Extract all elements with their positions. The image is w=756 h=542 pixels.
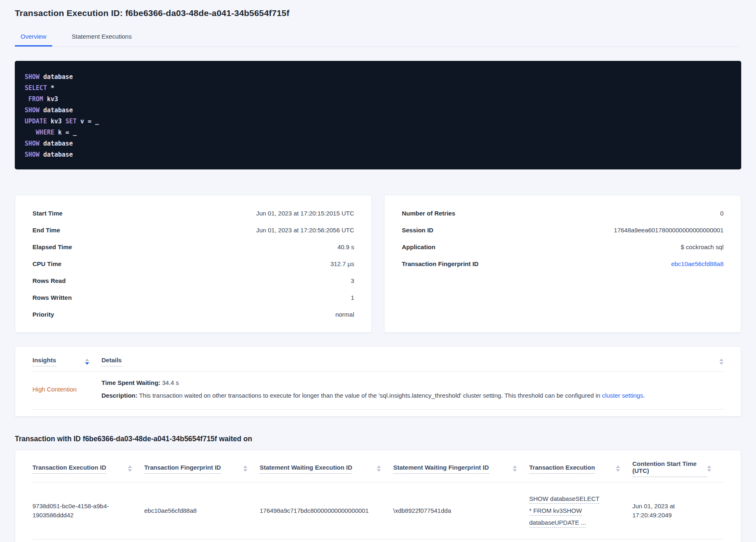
column-label[interactable]: Statement Waiting Fingerprint ID: [393, 464, 489, 474]
row-label: End Time: [32, 227, 60, 234]
column-header-transaction-execution-id[interactable]: Transaction Execution ID: [32, 464, 144, 474]
summary-row-session-id: Session ID 17648a9eea6017800000000000000…: [402, 222, 724, 239]
sql-text: kv3: [47, 118, 65, 125]
table-row: 9738d051-bc0e-4158-a9b4-1903586ddd42 ebc…: [32, 482, 724, 540]
insights-table: Insights Details High Contention Time Sp…: [15, 346, 741, 417]
description-suffix: .: [643, 392, 645, 399]
column-header-contention-start-time[interactable]: Contention Start Time (UTC): [632, 460, 724, 477]
row-label: Start Time: [32, 210, 62, 217]
column-header-insights[interactable]: Insights: [32, 357, 101, 366]
sql-line: SELECT *: [25, 83, 731, 94]
row-value: Jun 01, 2023 at 17:20:56:2056 UTC: [256, 227, 354, 234]
sort-icon[interactable]: [128, 466, 132, 472]
sql-line: UPDATE kv3 SET v = _: [25, 116, 731, 127]
sql-text: database: [39, 140, 73, 147]
sort-icon[interactable]: [85, 359, 89, 365]
row-label: Session ID: [402, 227, 433, 234]
row-value: 1: [351, 294, 354, 301]
sort-icon[interactable]: [616, 466, 620, 472]
sql-keyword: SET: [65, 118, 76, 125]
row-label: Rows Read: [32, 277, 66, 284]
sql-text: [25, 95, 28, 103]
sql-keyword: SHOW: [25, 151, 39, 158]
row-value: 3: [351, 277, 354, 284]
column-header-details[interactable]: Details: [101, 357, 719, 366]
column-label[interactable]: Transaction Execution: [529, 464, 595, 474]
insight-details: Time Spent Waiting: 34.4 s Description: …: [101, 378, 724, 400]
tab-statement-executions[interactable]: Statement Executions: [66, 27, 138, 46]
sql-keyword: FROM: [28, 95, 43, 103]
sql-text: *: [47, 84, 54, 92]
row-label: Priority: [32, 311, 54, 318]
sort-icon[interactable]: [513, 466, 517, 472]
cell-transaction-execution: SHOW databaseSELECT * FROM kv3SHOW datab…: [529, 493, 632, 528]
tab-bar: Overview Statement Executions: [15, 27, 741, 47]
row-label: Number of Retries: [402, 210, 455, 217]
insight-row: High Contention Time Spent Waiting: 34.4…: [32, 372, 724, 410]
row-value: Jun 01, 2023 at 17:20:15:2015 UTC: [256, 210, 354, 217]
sql-line: SHOW database: [25, 72, 731, 83]
insights-table-header: Insights Details: [32, 347, 724, 372]
column-label[interactable]: Statement Waiting Execution ID: [260, 464, 352, 474]
row-label: CPU Time: [32, 260, 62, 267]
row-label: Rows Written: [32, 294, 72, 301]
sql-line: FROM kv3: [25, 94, 731, 105]
row-label: Transaction Fingerprint ID: [402, 260, 479, 267]
cell-statement-waiting-execution-id: 176498a9c717bdc80000000000000001: [260, 506, 393, 515]
row-value: 0: [720, 210, 724, 217]
cell-transaction-fingerprint-id: ebc10ae56cfd88a8: [144, 506, 260, 515]
summary-row-priority: Priority normal: [32, 306, 354, 323]
summary-row-rows-read: Rows Read 3: [32, 272, 354, 289]
sql-text: [25, 129, 36, 136]
sql-keyword: SELECT: [25, 84, 47, 92]
tab-overview[interactable]: Overview: [15, 27, 52, 46]
sql-keyword: SHOW: [25, 140, 39, 147]
column-header-statement-waiting-fingerprint-id[interactable]: Statement Waiting Fingerprint ID: [393, 464, 529, 474]
sort-icon[interactable]: [719, 359, 724, 365]
transaction-sql-box: SHOW database SELECT * FROM kv3 SHOW dat…: [15, 61, 741, 169]
row-value: 40.9 s: [337, 243, 354, 250]
waited-on-table-header: Transaction Execution ID Transaction Fin…: [32, 450, 724, 482]
column-label[interactable]: Contention Start Time (UTC): [632, 460, 707, 477]
sort-icon[interactable]: [377, 466, 381, 472]
column-header-transaction-execution[interactable]: Transaction Execution: [529, 464, 632, 474]
sort-icon[interactable]: [707, 466, 711, 472]
summary-row-retries: Number of Retries 0: [402, 205, 724, 222]
cell-contention-start-time: Jun 01, 2023 at 17:20:49:2049: [632, 502, 724, 520]
column-header-transaction-fingerprint-id[interactable]: Transaction Fingerprint ID: [144, 464, 260, 474]
transaction-execution-link[interactable]: SHOW databaseSELECT * FROM kv3SHOW datab…: [529, 495, 599, 528]
waited-on-section-title: Transaction with ID f6be6366-da03-48de-a…: [15, 435, 741, 443]
sort-icon[interactable]: [243, 466, 247, 472]
row-value: 312.7 µs: [330, 260, 354, 267]
cluster-settings-link[interactable]: cluster settings: [602, 392, 643, 399]
waited-on-table: Transaction Execution ID Transaction Fin…: [15, 450, 741, 542]
summary-row-application: Application $ cockroach sql: [402, 239, 724, 255]
column-label[interactable]: Insights: [32, 357, 56, 366]
sql-text: database: [39, 107, 73, 114]
summary-row-rows-written: Rows Written 1: [32, 289, 354, 306]
summary-cards: Start Time Jun 01, 2023 at 17:20:15:2015…: [15, 195, 741, 333]
summary-card-times: Start Time Jun 01, 2023 at 17:20:15:2015…: [15, 195, 372, 333]
sql-line: SHOW database: [25, 138, 731, 149]
cell-statement-waiting-fingerprint-id: \xdb8922f077541dda: [393, 506, 529, 515]
summary-row-start-time: Start Time Jun 01, 2023 at 17:20:15:2015…: [32, 205, 354, 222]
sql-line: SHOW database: [25, 105, 731, 116]
column-header-statement-waiting-execution-id[interactable]: Statement Waiting Execution ID: [260, 464, 393, 474]
sql-keyword: UPDATE: [25, 118, 47, 125]
row-value: normal: [335, 311, 354, 318]
time-spent-waiting-label: Time Spent Waiting:: [101, 379, 160, 386]
row-value: $ cockroach sql: [681, 243, 724, 250]
insight-type-badge: High Contention: [32, 386, 101, 393]
column-label[interactable]: Transaction Execution ID: [32, 464, 106, 474]
sql-keyword: SHOW: [25, 107, 39, 114]
summary-card-session: Number of Retries 0 Session ID 17648a9ee…: [384, 195, 741, 333]
summary-row-end-time: End Time Jun 01, 2023 at 17:20:56:2056 U…: [32, 222, 354, 239]
summary-row-transaction-fingerprint-id: Transaction Fingerprint ID ebc10ae56cfd8…: [402, 255, 724, 272]
summary-row-elapsed-time: Elapsed Time 40.9 s: [32, 239, 354, 255]
transaction-fingerprint-link[interactable]: ebc10ae56cfd88a8: [671, 260, 724, 267]
cell-transaction-execution-id: 9738d051-bc0e-4158-a9b4-1903586ddd42: [32, 502, 144, 520]
insight-description: Description: This transaction waited on …: [101, 391, 724, 400]
sql-text: kv3: [43, 95, 58, 103]
column-label[interactable]: Details: [101, 357, 122, 366]
column-label[interactable]: Transaction Fingerprint ID: [144, 464, 221, 474]
